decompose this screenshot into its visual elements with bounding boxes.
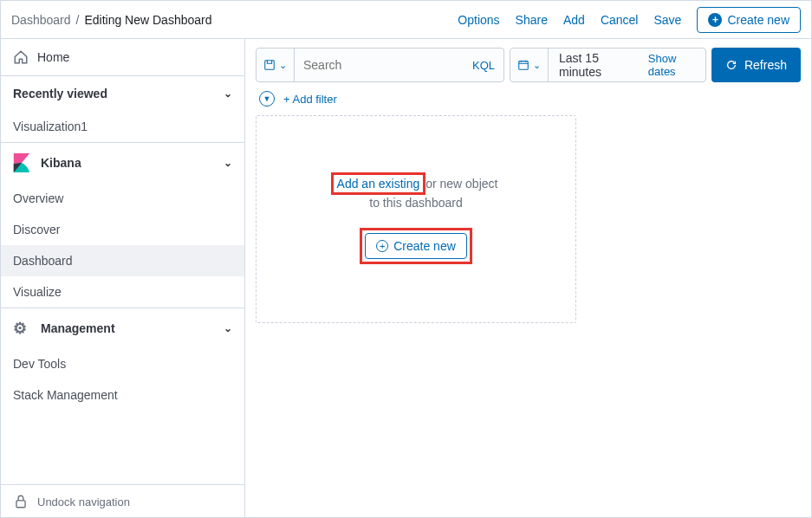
- dropzone-or-new: or new object: [422, 177, 497, 191]
- dropzone-create-new-button[interactable]: + Create new: [365, 233, 467, 259]
- svg-rect-1: [265, 61, 275, 70]
- undock-label: Undock navigation: [37, 495, 130, 508]
- recently-viewed-label: Recently viewed: [13, 87, 107, 100]
- sidebar-section-kibana[interactable]: Kibana ⌄: [1, 142, 244, 183]
- refresh-button[interactable]: Refresh: [711, 48, 801, 82]
- chevron-down-icon: ⌄: [224, 322, 232, 334]
- date-picker: ⌄ Last 15 minutes Show dates: [510, 48, 706, 82]
- date-quick-menu[interactable]: ⌄: [510, 49, 549, 81]
- breadcrumb: Dashboard / Editing New Dashboard: [11, 13, 211, 27]
- chevron-down-icon: ⌄: [224, 87, 232, 100]
- undock-navigation[interactable]: Undock navigation: [1, 484, 244, 518]
- sidebar-section-recently-viewed[interactable]: Recently viewed ⌄: [1, 76, 244, 111]
- breadcrumb-root[interactable]: Dashboard: [11, 13, 71, 27]
- dropzone-line2: to this dashboard: [369, 196, 462, 210]
- add-link[interactable]: Add: [563, 13, 585, 27]
- add-existing-link[interactable]: Add an existing: [337, 177, 420, 191]
- svg-rect-2: [519, 62, 529, 70]
- share-link[interactable]: Share: [516, 13, 548, 27]
- plus-circle-outline-icon: +: [376, 240, 388, 252]
- search-box: ⌄ KQL: [256, 48, 504, 82]
- add-filter-link[interactable]: + Add filter: [283, 93, 337, 106]
- sidebar-section-management[interactable]: ⚙ Management ⌄: [1, 308, 244, 348]
- cancel-link[interactable]: Cancel: [601, 13, 639, 27]
- breadcrumb-current: Editing New Dashboard: [84, 13, 211, 27]
- sidebar-item-overview[interactable]: Overview: [1, 183, 244, 214]
- management-label: Management: [41, 321, 115, 335]
- sidebar-item-dev-tools[interactable]: Dev Tools: [1, 348, 244, 379]
- chevron-down-icon: ⌄: [279, 60, 287, 71]
- dropzone-create-new-label: Create new: [393, 239, 456, 253]
- dropzone-text: Add an existing or new object to this da…: [335, 174, 498, 213]
- chevron-down-icon: ⌄: [533, 60, 541, 71]
- lock-icon: [13, 494, 29, 509]
- layout: Home Recently viewed ⌄ Visualization1 Ki…: [1, 39, 811, 518]
- filter-options-icon[interactable]: ▼: [259, 91, 275, 107]
- date-range-label[interactable]: Last 15 minutes: [549, 51, 638, 79]
- calendar-icon: [517, 59, 529, 71]
- gear-icon: ⚙: [13, 319, 30, 338]
- create-new-button[interactable]: + Create new: [697, 7, 801, 33]
- plus-circle-icon: +: [708, 13, 722, 27]
- kql-toggle[interactable]: KQL: [464, 59, 503, 72]
- svg-rect-0: [16, 501, 25, 508]
- query-bar: ⌄ KQL ⌄ Last 15 minutes Show dates Refre…: [256, 48, 801, 82]
- refresh-icon: [725, 59, 737, 71]
- kibana-label: Kibana: [41, 156, 81, 170]
- search-input[interactable]: [295, 58, 464, 72]
- create-new-label: Create new: [727, 13, 789, 27]
- sidebar: Home Recently viewed ⌄ Visualization1 Ki…: [1, 39, 245, 518]
- sidebar-home-label: Home: [37, 50, 69, 64]
- sidebar-item-visualize[interactable]: Visualize: [1, 276, 244, 308]
- main-content: ⌄ KQL ⌄ Last 15 minutes Show dates Refre…: [245, 39, 811, 518]
- topbar-actions: Options Share Add Cancel Save + Create n…: [458, 7, 801, 33]
- sidebar-home[interactable]: Home: [1, 39, 244, 76]
- breadcrumb-separator: /: [76, 13, 80, 27]
- saved-query-menu[interactable]: ⌄: [257, 49, 295, 81]
- sidebar-item-dashboard[interactable]: Dashboard: [1, 245, 244, 276]
- sidebar-item-discover[interactable]: Discover: [1, 214, 244, 245]
- refresh-label: Refresh: [744, 58, 787, 72]
- empty-dashboard-dropzone: Add an existing or new object to this da…: [256, 115, 576, 323]
- show-dates-link[interactable]: Show dates: [638, 52, 705, 78]
- top-bar: Dashboard / Editing New Dashboard Option…: [1, 1, 811, 39]
- disk-icon: [263, 59, 276, 71]
- filter-bar: ▼ + Add filter: [256, 82, 801, 115]
- kibana-logo-icon: [13, 153, 30, 172]
- sidebar-item-stack-management[interactable]: Stack Management: [1, 379, 244, 411]
- home-icon: [13, 49, 29, 65]
- save-link[interactable]: Save: [653, 13, 681, 27]
- chevron-down-icon: ⌄: [224, 157, 232, 169]
- options-link[interactable]: Options: [458, 13, 499, 27]
- sidebar-recent-item[interactable]: Visualization1: [1, 111, 244, 142]
- create-new-highlight: + Create new: [360, 228, 472, 264]
